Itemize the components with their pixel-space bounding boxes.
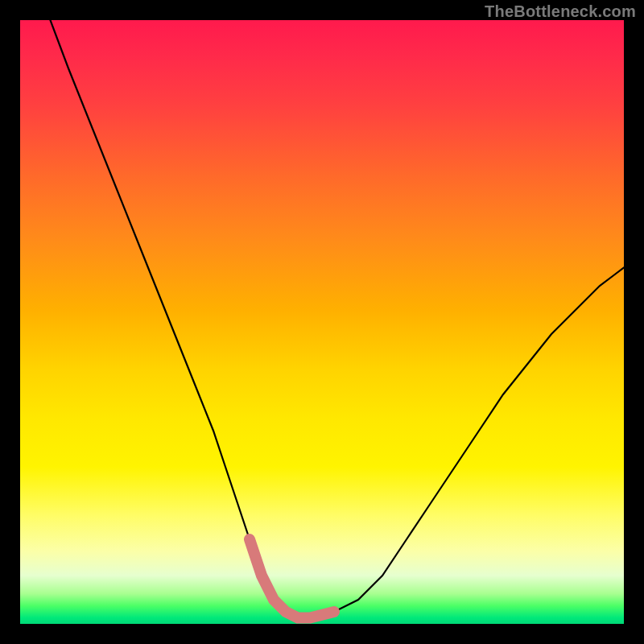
bottleneck-highlight <box>250 539 334 618</box>
bottleneck-curve <box>51 20 625 618</box>
plot-area <box>20 20 624 624</box>
attribution-label: TheBottleneck.com <box>485 2 636 21</box>
outer-black-frame: TheBottleneck.com <box>0 0 644 644</box>
chart-svg <box>20 20 624 624</box>
